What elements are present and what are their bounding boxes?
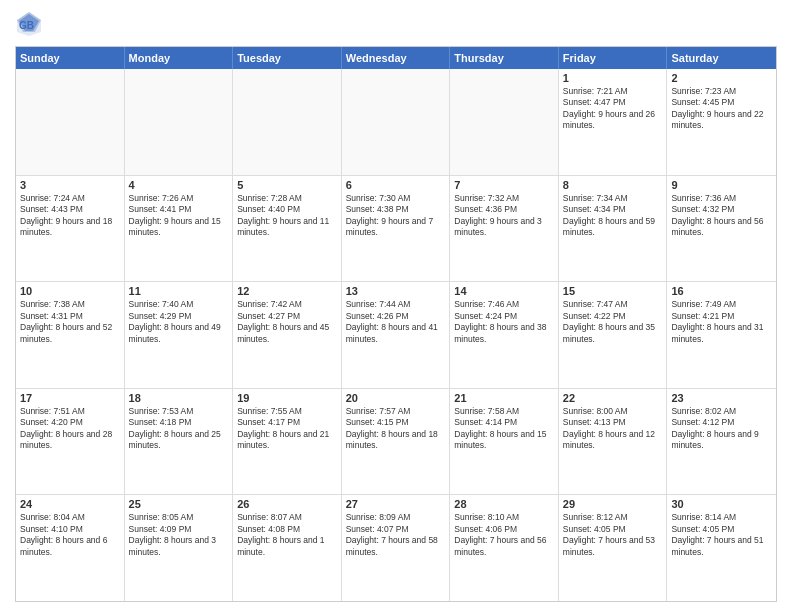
day-number: 9 — [671, 179, 772, 191]
day-number: 4 — [129, 179, 229, 191]
day-info: Sunrise: 7:51 AMSunset: 4:20 PMDaylight:… — [20, 406, 120, 452]
calendar-body: 1Sunrise: 7:21 AMSunset: 4:47 PMDaylight… — [16, 69, 776, 601]
day-info: Sunrise: 7:57 AMSunset: 4:15 PMDaylight:… — [346, 406, 446, 452]
day-cell-21: 21Sunrise: 7:58 AMSunset: 4:14 PMDayligh… — [450, 389, 559, 495]
day-cell-28: 28Sunrise: 8:10 AMSunset: 4:06 PMDayligh… — [450, 495, 559, 601]
day-cell-23: 23Sunrise: 8:02 AMSunset: 4:12 PMDayligh… — [667, 389, 776, 495]
day-cell-22: 22Sunrise: 8:00 AMSunset: 4:13 PMDayligh… — [559, 389, 668, 495]
day-number: 5 — [237, 179, 337, 191]
day-info: Sunrise: 8:07 AMSunset: 4:08 PMDaylight:… — [237, 512, 337, 558]
day-info: Sunrise: 7:30 AMSunset: 4:38 PMDaylight:… — [346, 193, 446, 239]
page: GB SundayMondayTuesdayWednesdayThursdayF… — [0, 0, 792, 612]
day-cell-1: 1Sunrise: 7:21 AMSunset: 4:47 PMDaylight… — [559, 69, 668, 175]
day-number: 25 — [129, 498, 229, 510]
day-info: Sunrise: 8:14 AMSunset: 4:05 PMDaylight:… — [671, 512, 772, 558]
day-cell-4: 4Sunrise: 7:26 AMSunset: 4:41 PMDaylight… — [125, 176, 234, 282]
day-cell-25: 25Sunrise: 8:05 AMSunset: 4:09 PMDayligh… — [125, 495, 234, 601]
day-info: Sunrise: 7:23 AMSunset: 4:45 PMDaylight:… — [671, 86, 772, 132]
day-number: 28 — [454, 498, 554, 510]
empty-cell — [16, 69, 125, 175]
day-cell-6: 6Sunrise: 7:30 AMSunset: 4:38 PMDaylight… — [342, 176, 451, 282]
day-cell-9: 9Sunrise: 7:36 AMSunset: 4:32 PMDaylight… — [667, 176, 776, 282]
day-header-thursday: Thursday — [450, 47, 559, 69]
day-info: Sunrise: 7:55 AMSunset: 4:17 PMDaylight:… — [237, 406, 337, 452]
day-cell-8: 8Sunrise: 7:34 AMSunset: 4:34 PMDaylight… — [559, 176, 668, 282]
day-cell-2: 2Sunrise: 7:23 AMSunset: 4:45 PMDaylight… — [667, 69, 776, 175]
day-info: Sunrise: 7:24 AMSunset: 4:43 PMDaylight:… — [20, 193, 120, 239]
day-cell-10: 10Sunrise: 7:38 AMSunset: 4:31 PMDayligh… — [16, 282, 125, 388]
week-row-2: 3Sunrise: 7:24 AMSunset: 4:43 PMDaylight… — [16, 176, 776, 283]
calendar: SundayMondayTuesdayWednesdayThursdayFrid… — [15, 46, 777, 602]
day-info: Sunrise: 7:42 AMSunset: 4:27 PMDaylight:… — [237, 299, 337, 345]
day-number: 23 — [671, 392, 772, 404]
day-cell-24: 24Sunrise: 8:04 AMSunset: 4:10 PMDayligh… — [16, 495, 125, 601]
day-cell-5: 5Sunrise: 7:28 AMSunset: 4:40 PMDaylight… — [233, 176, 342, 282]
day-info: Sunrise: 7:53 AMSunset: 4:18 PMDaylight:… — [129, 406, 229, 452]
day-cell-19: 19Sunrise: 7:55 AMSunset: 4:17 PMDayligh… — [233, 389, 342, 495]
day-cell-16: 16Sunrise: 7:49 AMSunset: 4:21 PMDayligh… — [667, 282, 776, 388]
day-info: Sunrise: 8:02 AMSunset: 4:12 PMDaylight:… — [671, 406, 772, 452]
day-info: Sunrise: 7:32 AMSunset: 4:36 PMDaylight:… — [454, 193, 554, 239]
week-row-5: 24Sunrise: 8:04 AMSunset: 4:10 PMDayligh… — [16, 495, 776, 601]
day-number: 18 — [129, 392, 229, 404]
day-cell-13: 13Sunrise: 7:44 AMSunset: 4:26 PMDayligh… — [342, 282, 451, 388]
day-info: Sunrise: 8:09 AMSunset: 4:07 PMDaylight:… — [346, 512, 446, 558]
day-info: Sunrise: 7:34 AMSunset: 4:34 PMDaylight:… — [563, 193, 663, 239]
day-cell-26: 26Sunrise: 8:07 AMSunset: 4:08 PMDayligh… — [233, 495, 342, 601]
day-number: 3 — [20, 179, 120, 191]
day-info: Sunrise: 7:58 AMSunset: 4:14 PMDaylight:… — [454, 406, 554, 452]
day-number: 21 — [454, 392, 554, 404]
day-number: 15 — [563, 285, 663, 297]
day-number: 8 — [563, 179, 663, 191]
empty-cell — [233, 69, 342, 175]
day-header-saturday: Saturday — [667, 47, 776, 69]
logo-icon: GB — [15, 10, 43, 38]
day-number: 30 — [671, 498, 772, 510]
empty-cell — [450, 69, 559, 175]
day-info: Sunrise: 8:05 AMSunset: 4:09 PMDaylight:… — [129, 512, 229, 558]
empty-cell — [342, 69, 451, 175]
day-cell-30: 30Sunrise: 8:14 AMSunset: 4:05 PMDayligh… — [667, 495, 776, 601]
day-number: 11 — [129, 285, 229, 297]
day-info: Sunrise: 7:28 AMSunset: 4:40 PMDaylight:… — [237, 193, 337, 239]
day-number: 29 — [563, 498, 663, 510]
day-info: Sunrise: 7:44 AMSunset: 4:26 PMDaylight:… — [346, 299, 446, 345]
day-cell-15: 15Sunrise: 7:47 AMSunset: 4:22 PMDayligh… — [559, 282, 668, 388]
day-number: 17 — [20, 392, 120, 404]
day-cell-17: 17Sunrise: 7:51 AMSunset: 4:20 PMDayligh… — [16, 389, 125, 495]
day-info: Sunrise: 8:00 AMSunset: 4:13 PMDaylight:… — [563, 406, 663, 452]
day-number: 10 — [20, 285, 120, 297]
day-cell-29: 29Sunrise: 8:12 AMSunset: 4:05 PMDayligh… — [559, 495, 668, 601]
day-info: Sunrise: 8:04 AMSunset: 4:10 PMDaylight:… — [20, 512, 120, 558]
day-cell-12: 12Sunrise: 7:42 AMSunset: 4:27 PMDayligh… — [233, 282, 342, 388]
day-info: Sunrise: 7:46 AMSunset: 4:24 PMDaylight:… — [454, 299, 554, 345]
day-number: 14 — [454, 285, 554, 297]
svg-text:GB: GB — [19, 20, 34, 31]
calendar-header: SundayMondayTuesdayWednesdayThursdayFrid… — [16, 47, 776, 69]
day-number: 26 — [237, 498, 337, 510]
day-number: 7 — [454, 179, 554, 191]
week-row-3: 10Sunrise: 7:38 AMSunset: 4:31 PMDayligh… — [16, 282, 776, 389]
day-number: 20 — [346, 392, 446, 404]
day-info: Sunrise: 8:12 AMSunset: 4:05 PMDaylight:… — [563, 512, 663, 558]
day-header-wednesday: Wednesday — [342, 47, 451, 69]
day-cell-3: 3Sunrise: 7:24 AMSunset: 4:43 PMDaylight… — [16, 176, 125, 282]
day-number: 6 — [346, 179, 446, 191]
day-info: Sunrise: 7:38 AMSunset: 4:31 PMDaylight:… — [20, 299, 120, 345]
day-header-monday: Monday — [125, 47, 234, 69]
day-number: 13 — [346, 285, 446, 297]
day-cell-14: 14Sunrise: 7:46 AMSunset: 4:24 PMDayligh… — [450, 282, 559, 388]
day-cell-18: 18Sunrise: 7:53 AMSunset: 4:18 PMDayligh… — [125, 389, 234, 495]
day-cell-20: 20Sunrise: 7:57 AMSunset: 4:15 PMDayligh… — [342, 389, 451, 495]
day-info: Sunrise: 7:47 AMSunset: 4:22 PMDaylight:… — [563, 299, 663, 345]
day-cell-11: 11Sunrise: 7:40 AMSunset: 4:29 PMDayligh… — [125, 282, 234, 388]
logo: GB — [15, 10, 47, 38]
day-cell-7: 7Sunrise: 7:32 AMSunset: 4:36 PMDaylight… — [450, 176, 559, 282]
day-number: 27 — [346, 498, 446, 510]
day-header-sunday: Sunday — [16, 47, 125, 69]
day-info: Sunrise: 8:10 AMSunset: 4:06 PMDaylight:… — [454, 512, 554, 558]
day-cell-27: 27Sunrise: 8:09 AMSunset: 4:07 PMDayligh… — [342, 495, 451, 601]
day-number: 16 — [671, 285, 772, 297]
day-info: Sunrise: 7:26 AMSunset: 4:41 PMDaylight:… — [129, 193, 229, 239]
header: GB — [15, 10, 777, 38]
